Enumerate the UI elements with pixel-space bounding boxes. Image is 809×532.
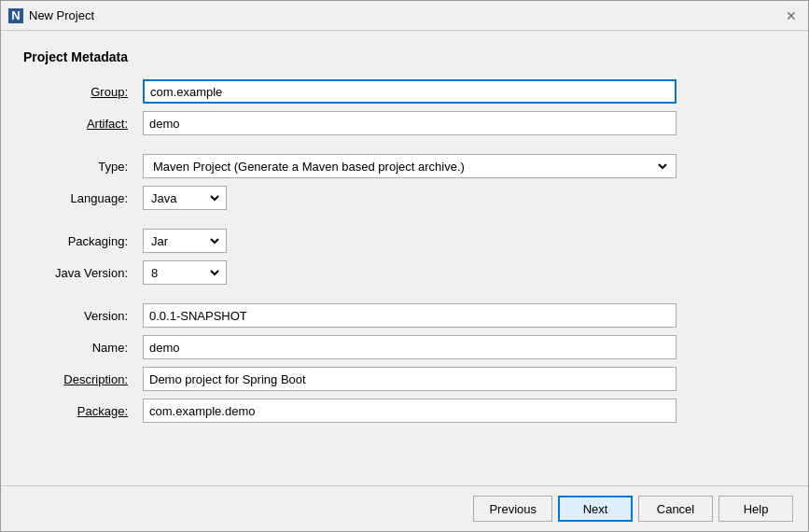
title-bar-left: N New Project <box>8 8 94 23</box>
language-select[interactable]: Java Kotlin Groovy <box>147 187 222 209</box>
close-button[interactable]: ✕ <box>782 7 801 25</box>
package-input[interactable] <box>143 399 676 423</box>
description-label: Description: <box>23 372 135 386</box>
name-label: Name: <box>23 341 135 355</box>
dialog: N New Project ✕ Project Metadata Group: … <box>0 0 809 532</box>
packaging-label: Packaging: <box>23 234 135 248</box>
dialog-content: Project Metadata Group: Artifact: Type: … <box>1 31 808 485</box>
spacer-1 <box>23 143 676 147</box>
java-version-select[interactable]: 8 11 17 21 <box>147 261 222 284</box>
java-version-label: Java Version: <box>23 266 135 280</box>
dialog-title: New Project <box>29 8 94 22</box>
language-select-wrapper: Java Kotlin Groovy <box>143 186 227 210</box>
version-label: Version: <box>23 309 135 323</box>
artifact-label: Artifact: <box>23 117 135 131</box>
version-input[interactable] <box>143 303 676 328</box>
package-label: Package: <box>23 404 135 418</box>
section-title: Project Metadata <box>23 49 786 64</box>
packaging-select-wrapper: Jar War <box>143 229 227 253</box>
java-version-select-wrapper: 8 11 17 21 <box>143 260 227 285</box>
packaging-select[interactable]: Jar War <box>147 230 222 252</box>
dialog-footer: Previous Next Cancel Help <box>1 485 808 531</box>
language-label: Language: <box>23 191 135 205</box>
form-grid: Group: Artifact: Type: Maven Project (Ge… <box>23 79 676 423</box>
cancel-button[interactable]: Cancel <box>638 496 713 522</box>
spacer-3 <box>23 292 676 296</box>
type-select-wrapper: Maven Project (Generate a Maven based pr… <box>143 154 676 178</box>
app-icon: N <box>8 8 23 23</box>
artifact-input[interactable] <box>143 111 676 135</box>
previous-button[interactable]: Previous <box>473 496 552 522</box>
group-label: Group: <box>23 85 135 99</box>
group-input[interactable] <box>143 79 676 104</box>
spacer-2 <box>23 217 676 221</box>
name-input[interactable] <box>143 335 676 359</box>
type-select[interactable]: Maven Project (Generate a Maven based pr… <box>149 159 670 175</box>
next-button[interactable]: Next <box>558 496 633 522</box>
title-bar: N New Project ✕ <box>1 1 808 31</box>
description-input[interactable] <box>143 367 676 391</box>
type-label: Type: <box>23 160 135 174</box>
help-button[interactable]: Help <box>718 496 793 522</box>
